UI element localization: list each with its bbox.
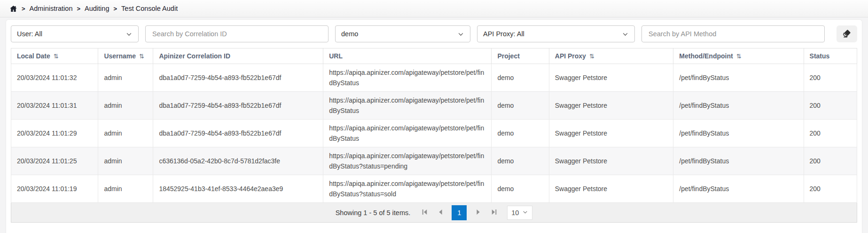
cell-url: https://apiqa.apinizer.com/apigateway/pe… <box>323 92 492 120</box>
cell-correlation-id: 18452925-41b3-41ef-8533-4464e2aea3e9 <box>153 175 323 203</box>
user-filter-value: User: All <box>17 30 42 38</box>
column-header-local-date[interactable]: Local Date⇅ <box>11 48 98 64</box>
cell-username: admin <box>98 147 153 175</box>
cell-method-endpoint: /pet/findByStatus <box>673 92 804 120</box>
first-page-icon <box>422 209 428 217</box>
breadcrumb-separator: > <box>77 5 80 12</box>
breadcrumb-item[interactable]: Auditing <box>85 5 109 12</box>
user-filter-select[interactable]: User: All <box>11 25 139 42</box>
cell-status: 200 <box>804 175 857 203</box>
last-page-icon <box>491 209 497 217</box>
api-proxy-filter-value: API Proxy: All <box>483 30 524 38</box>
cell-username: admin <box>98 175 153 203</box>
cell-url: https://apiqa.apinizer.com/apigateway/pe… <box>323 64 492 92</box>
api-method-input[interactable] <box>648 30 819 38</box>
cell-api-proxy: Swagger Petstore <box>549 120 673 147</box>
column-label: URL <box>329 52 343 60</box>
cell-api-proxy: Swagger Petstore <box>549 175 673 203</box>
table-row: 20/03/2024 11:01:29admindba1a0d7-7259-4b… <box>11 120 857 147</box>
column-header-project: Project <box>492 48 549 64</box>
column-header-method-endpoint[interactable]: Method/Endpoint⇅ <box>673 48 804 64</box>
cell-method-endpoint: /pet/findByStatus <box>673 120 804 147</box>
api-proxy-filter-select[interactable]: API Proxy: All <box>477 25 635 42</box>
column-label: Project <box>497 52 519 60</box>
cell-username: admin <box>98 92 153 120</box>
api-method-field <box>641 25 825 42</box>
cell-local-date: 20/03/2024 11:01:19 <box>11 175 98 203</box>
column-label: API Proxy <box>555 52 586 60</box>
column-label: Method/Endpoint <box>679 52 733 60</box>
breadcrumb-item[interactable]: Administration <box>30 5 73 12</box>
clear-filters-button[interactable] <box>837 25 857 42</box>
cell-username: admin <box>98 120 153 147</box>
cell-correlation-id: dba1a0d7-7259-4b54-a893-fb522b1e67df <box>153 64 323 92</box>
cell-api-proxy: Swagger Petstore <box>549 147 673 175</box>
page-size-select[interactable]: 10 <box>507 206 532 220</box>
previous-page-icon <box>438 209 444 217</box>
pager: 1 10 <box>418 205 532 220</box>
sort-icon: ⇅ <box>139 53 144 60</box>
cell-method-endpoint: /pet/findByStatus <box>673 147 804 175</box>
next-page-button[interactable] <box>471 206 485 219</box>
correlation-id-field <box>145 25 328 42</box>
cell-method-endpoint: /pet/findByStatus <box>673 64 804 92</box>
table-body: 20/03/2024 11:01:32admindba1a0d7-7259-4b… <box>11 64 857 203</box>
correlation-id-input[interactable] <box>151 30 322 38</box>
cell-status: 200 <box>804 64 857 92</box>
cell-method-endpoint: /pet/findByStatus <box>673 175 804 203</box>
column-header-status: Status <box>804 48 857 64</box>
table-row: 20/03/2024 11:01:31admindba1a0d7-7259-4b… <box>11 92 857 120</box>
last-page-button[interactable] <box>487 206 500 219</box>
content-card: User: All demo API Proxy: All <box>6 19 862 233</box>
eraser-icon <box>842 29 852 40</box>
chevron-down-icon <box>125 31 133 38</box>
table-row: 20/03/2024 11:01:25adminc636136d-05a2-42… <box>11 147 857 175</box>
filter-bar: User: All demo API Proxy: All <box>11 25 857 42</box>
cell-local-date: 20/03/2024 11:01:32 <box>11 64 98 92</box>
project-filter-value: demo <box>341 30 358 38</box>
column-label: Status <box>810 52 830 60</box>
home-icon[interactable] <box>9 5 17 13</box>
cell-api-proxy: Swagger Petstore <box>549 92 673 120</box>
cell-url: https://apiqa.apinizer.com/apigateway/pe… <box>323 147 492 175</box>
cell-project: demo <box>492 64 549 92</box>
cell-project: demo <box>492 120 549 147</box>
table-row: 20/03/2024 11:01:32admindba1a0d7-7259-4b… <box>11 64 857 92</box>
first-page-button[interactable] <box>418 206 431 219</box>
previous-page-button[interactable] <box>434 206 447 219</box>
column-header-correlation-id: Apinizer Correlation ID <box>153 48 323 64</box>
table-footer: Showing 1 - 5 of 5 items. 1 <box>11 203 857 223</box>
breadcrumb-item: Test Console Audit <box>121 5 178 12</box>
cell-status: 200 <box>804 92 857 120</box>
chevron-down-icon <box>522 209 528 217</box>
table-row: 20/03/2024 11:01:19admin18452925-41b3-41… <box>11 175 857 203</box>
next-page-icon <box>475 209 481 217</box>
column-label: Apinizer Correlation ID <box>159 52 230 60</box>
cell-local-date: 20/03/2024 11:01:25 <box>11 147 98 175</box>
cell-status: 200 <box>804 120 857 147</box>
breadcrumb: >Administration>Auditing>Test Console Au… <box>0 0 868 17</box>
column-label: Username <box>104 52 136 60</box>
column-header-api-proxy[interactable]: API Proxy⇅ <box>549 48 673 64</box>
cell-project: demo <box>492 147 549 175</box>
pagination-current-page[interactable]: 1 <box>452 205 467 220</box>
sort-icon: ⇅ <box>589 53 594 60</box>
cell-project: demo <box>492 175 549 203</box>
column-header-username[interactable]: Username⇅ <box>98 48 153 64</box>
cell-username: admin <box>98 64 153 92</box>
column-header-url: URL <box>323 48 492 64</box>
cell-local-date: 20/03/2024 11:01:31 <box>11 92 98 120</box>
breadcrumb-items: >Administration>Auditing>Test Console Au… <box>22 5 178 12</box>
chevron-down-icon <box>457 31 464 38</box>
cell-url: https://apiqa.apinizer.com/apigateway/pe… <box>323 175 492 203</box>
project-filter-select[interactable]: demo <box>335 25 470 42</box>
audit-table: Local Date⇅Username⇅Apinizer Correlation… <box>11 48 857 203</box>
sort-icon: ⇅ <box>54 53 59 60</box>
page-size-value: 10 <box>511 209 519 217</box>
cell-project: demo <box>492 92 549 120</box>
cell-local-date: 20/03/2024 11:01:29 <box>11 120 98 147</box>
table-header-row: Local Date⇅Username⇅Apinizer Correlation… <box>11 48 857 64</box>
cell-status: 200 <box>804 147 857 175</box>
cell-api-proxy: Swagger Petstore <box>549 64 673 92</box>
cell-url: https://apiqa.apinizer.com/apigateway/pe… <box>323 120 492 147</box>
